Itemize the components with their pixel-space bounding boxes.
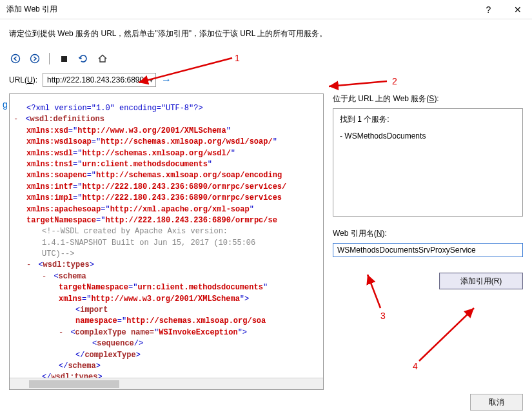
- annotation-label-3: 3: [380, 311, 386, 321]
- refname-label: Web 引用名(N):: [333, 228, 523, 239]
- annotation-label-4: 4: [413, 361, 418, 371]
- xml-content: <?xml version="1.0" encoding="UTF-8"?> -…: [10, 94, 323, 390]
- forward-button[interactable]: [28, 52, 41, 65]
- horizontal-scrollbar[interactable]: [10, 378, 323, 389]
- toolbar: [0, 52, 532, 73]
- url-label: URL(U):: [9, 75, 37, 84]
- back-button[interactable]: [9, 52, 22, 65]
- svg-point-0: [12, 55, 20, 63]
- go-button[interactable]: →: [161, 74, 172, 86]
- services-found: 找到 1 个服务:: [340, 114, 516, 125]
- cancel-button[interactable]: 取消: [470, 394, 523, 411]
- instruction-text: 请定位到提供 Web 服务的 URL，然后单击"添加引用"，添加位于该 URL …: [0, 19, 532, 52]
- refresh-button[interactable]: [77, 52, 90, 65]
- toolbar-separator: [49, 53, 50, 64]
- close-button[interactable]: ✕: [503, 0, 532, 19]
- edge-letter: g: [3, 99, 8, 110]
- help-button[interactable]: ?: [474, 0, 503, 19]
- dialog-title: 添加 Web 引用: [6, 4, 57, 15]
- add-reference-button[interactable]: 添加引用(R): [439, 273, 523, 289]
- svg-point-1: [31, 55, 39, 63]
- annotation-label-2: 2: [392, 76, 397, 86]
- stop-button[interactable]: [57, 52, 70, 65]
- services-label: 位于此 URL 上的 Web 服务(S):: [333, 93, 523, 104]
- titlebar: 添加 Web 引用 ? ✕: [0, 0, 532, 19]
- home-button[interactable]: [96, 52, 109, 65]
- refname-input[interactable]: [333, 243, 523, 257]
- annotation-label-1: 1: [235, 53, 240, 63]
- service-item[interactable]: - WSMethodsDocuments: [340, 131, 516, 141]
- url-input[interactable]: [43, 73, 156, 87]
- services-list[interactable]: 找到 1 个服务: - WSMethodsDocuments: [333, 108, 523, 217]
- wsdl-panel[interactable]: <?xml version="1.0" encoding="UTF-8"?> -…: [9, 93, 324, 390]
